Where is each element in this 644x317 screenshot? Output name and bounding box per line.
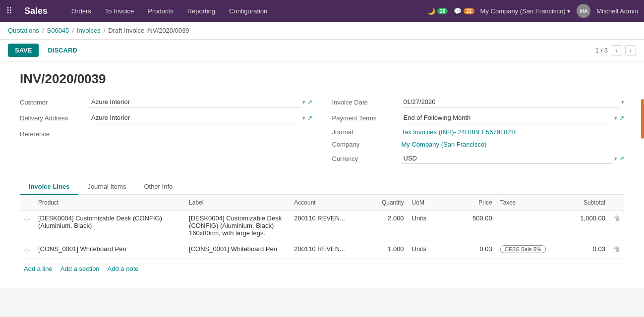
action-bar: SAVE DISCARD 1 / 3 ‹ › xyxy=(0,40,644,61)
invoice-table: Product Label Account Quantity UoM Price… xyxy=(20,195,624,259)
col-header-price: Price xyxy=(449,195,496,211)
row1-delete-icon[interactable]: 🗑 xyxy=(613,214,620,222)
discard-button[interactable]: DISCARD xyxy=(43,44,82,57)
tab-other-info[interactable]: Other Info xyxy=(135,179,181,195)
row1-product[interactable]: [DESK0004] Customizable Desk (CONFIG) (A… xyxy=(34,211,185,241)
add-a-line[interactable]: Add a line xyxy=(24,265,53,272)
form-right: Invoice Date ▾ Payment Terms ▾ ↗ Journal… xyxy=(332,97,625,169)
customer-external-link[interactable]: ↗ xyxy=(307,99,312,106)
company-link[interactable]: My Company (San Francisco) xyxy=(402,141,487,148)
currency-external-link[interactable]: ↗ xyxy=(619,155,624,162)
payment-terms-label: Payment Terms xyxy=(332,114,397,122)
customer-row: Customer ▾ ↗ xyxy=(20,97,312,107)
customer-dropdown[interactable]: ▾ xyxy=(302,99,305,106)
row1-taxes xyxy=(496,211,568,241)
apps-icon[interactable]: ⠿ xyxy=(6,5,12,16)
add-a-section[interactable]: Add a section xyxy=(60,265,100,272)
chat-notification[interactable]: 💬 21 xyxy=(454,7,474,15)
row1-account[interactable]: 200110 REVEN... xyxy=(290,211,360,241)
currency-input[interactable] xyxy=(402,153,613,164)
breadcrumb-current: Draft Invoice INV/2020/0039 xyxy=(108,27,189,34)
prev-button[interactable]: ‹ xyxy=(611,45,622,55)
row1-label[interactable]: [DESK0004] Customizable Desk (CONFIG) (A… xyxy=(185,211,290,241)
payment-terms-input[interactable] xyxy=(402,112,613,123)
col-header-uom: UoM xyxy=(408,195,449,211)
delivery-label: Delivery Address xyxy=(20,114,84,122)
row2-subtotal: 0.03 xyxy=(568,241,609,259)
delivery-row: Delivery Address ▾ ↗ xyxy=(20,112,312,123)
user-name[interactable]: Mitchell Admin xyxy=(596,7,638,15)
chat-badge: 21 xyxy=(464,8,474,14)
nav-products[interactable]: Products xyxy=(142,4,179,18)
tax-badge[interactable]: CESS Sale 5% xyxy=(500,245,546,253)
currency-row: Currency ▾ ↗ xyxy=(332,153,625,164)
delivery-dropdown[interactable]: ▾ xyxy=(302,115,305,121)
row2-qty[interactable]: 1.000 xyxy=(360,241,408,259)
payment-terms-value: ▾ ↗ xyxy=(402,112,625,123)
invoice-date-input[interactable] xyxy=(402,97,620,107)
nav-reporting[interactable]: Reporting xyxy=(181,4,221,18)
top-navigation: ⠿ Sales Orders To Invoice Products Repor… xyxy=(0,0,644,22)
nav-configuration[interactable]: Configuration xyxy=(223,4,273,18)
top-nav-right: 🌙 26 💬 21 My Company (San Francisco) ▾ M… xyxy=(427,4,638,18)
moon-badge: 26 xyxy=(437,8,448,14)
customer-input[interactable] xyxy=(89,97,300,107)
invoice-title: INV/2020/0039 xyxy=(20,71,624,87)
row2-price[interactable]: 0.03 xyxy=(449,241,496,259)
row1-uom[interactable]: Units xyxy=(408,211,449,241)
row1-qty[interactable]: 2.000 xyxy=(360,211,408,241)
breadcrumb-s00045[interactable]: S00045 xyxy=(47,27,69,34)
currency-label: Currency xyxy=(332,155,397,162)
row1-subtotal: 1,000.00 xyxy=(568,211,609,241)
delivery-value: ▾ ↗ xyxy=(89,112,312,123)
row2-delete-icon[interactable]: 🗑 xyxy=(613,245,620,253)
form-left: Customer ▾ ↗ Delivery Address ▾ ↗ Refere… xyxy=(20,97,312,169)
breadcrumb: Quotations / S00045 / Invoices / Draft I… xyxy=(0,22,644,40)
col-header-product: Product xyxy=(34,195,185,211)
tabs: Invoice Lines Journal Items Other Info xyxy=(20,179,624,195)
tab-invoice-lines[interactable]: Invoice Lines xyxy=(20,179,78,195)
row2-product[interactable]: [CONS_0001] Whiteboard Pen xyxy=(34,241,185,259)
save-button[interactable]: SAVE xyxy=(8,44,39,57)
avatar[interactable]: MA xyxy=(577,4,590,18)
drag-handle[interactable]: ⊹ xyxy=(24,215,30,223)
breadcrumb-invoices[interactable]: Invoices xyxy=(77,27,101,34)
breadcrumb-quotations[interactable]: Quotations xyxy=(8,27,39,34)
row2-uom[interactable]: Units xyxy=(408,241,449,259)
currency-dropdown[interactable]: ▾ xyxy=(614,156,617,162)
col-header-subtotal: Subtotal xyxy=(568,195,609,211)
row1-price[interactable]: 500.00 xyxy=(449,211,496,241)
nav-to-invoice[interactable]: To Invoice xyxy=(99,4,140,18)
moon-notification[interactable]: 🌙 26 xyxy=(427,7,448,15)
row2-label[interactable]: [CONS_0001] Whiteboard Pen xyxy=(185,241,290,259)
reference-value xyxy=(89,128,312,139)
reference-input[interactable] xyxy=(89,128,312,139)
next-button[interactable]: › xyxy=(625,45,636,55)
col-header-qty: Quantity xyxy=(360,195,408,211)
payment-terms-external-link[interactable]: ↗ xyxy=(619,114,624,121)
delivery-external-link[interactable]: ↗ xyxy=(307,114,312,121)
table-row: ⊹ [CONS_0001] Whiteboard Pen [CONS_0001]… xyxy=(20,241,624,259)
invoice-date-label: Invoice Date xyxy=(332,99,397,106)
add-a-note[interactable]: Add a note xyxy=(108,265,139,272)
row2-account[interactable]: 200110 REVEN... xyxy=(290,241,360,259)
pagination-text: 1 / 3 xyxy=(595,47,608,54)
journal-value: Tax Invoices (INR)- 24BBBFF5679L8ZR xyxy=(402,128,625,136)
journal-link[interactable]: Tax Invoices (INR)- 24BBBFF5679L8ZR xyxy=(402,128,516,136)
delivery-input[interactable] xyxy=(89,112,300,123)
drag-handle[interactable]: ⊹ xyxy=(24,246,30,254)
company-selector[interactable]: My Company (San Francisco) ▾ xyxy=(480,7,571,15)
main-content: INV/2020/0039 Customer ▾ ↗ Delivery Addr… xyxy=(0,61,644,288)
invoice-date-dropdown[interactable]: ▾ xyxy=(621,99,624,106)
nav-orders[interactable]: Orders xyxy=(65,4,97,18)
customer-value: ▾ ↗ xyxy=(89,97,312,107)
journal-row: Journal Tax Invoices (INR)- 24BBBFF5679L… xyxy=(332,128,625,136)
invoice-date-value: ▾ xyxy=(402,97,625,107)
nav-menu: Orders To Invoice Products Reporting Con… xyxy=(65,4,417,18)
chat-icon: 💬 xyxy=(454,7,462,15)
tab-journal-items[interactable]: Journal Items xyxy=(78,179,135,195)
payment-terms-dropdown[interactable]: ▾ xyxy=(614,115,617,121)
reference-row: Reference xyxy=(20,128,312,139)
scroll-indicator xyxy=(641,99,644,139)
table-row: ⊹ [DESK0004] Customizable Desk (CONFIG) … xyxy=(20,211,624,241)
